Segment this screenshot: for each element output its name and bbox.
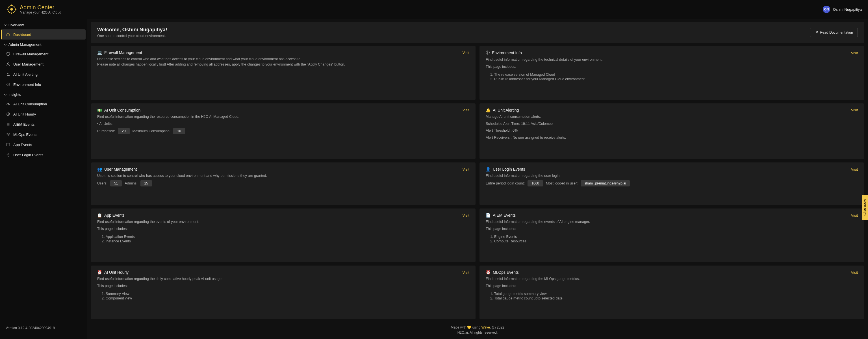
card-alerting: 🔔AI Unit Alerting Visit Manage AI unit c… xyxy=(479,103,864,159)
footer-wave-link[interactable]: Wave xyxy=(482,326,490,329)
sidebar-item-firewall[interactable]: Firewall Management xyxy=(1,49,86,59)
card-user-mgmt: 👥User Management Visit Use this section … xyxy=(91,162,475,205)
footer-copyright: H2O.ai. All rights reserved. xyxy=(87,330,868,335)
max-value: 10 xyxy=(173,128,185,134)
card-list: Engine Events Compute Resources xyxy=(486,235,858,244)
card-app-events: 📋App Events Visit Find useful informatio… xyxy=(91,209,475,262)
visit-link-hourly[interactable]: Visit xyxy=(463,270,469,275)
chevron-down-icon xyxy=(4,93,7,96)
card-line: Alert Threshold : 0% xyxy=(486,128,858,133)
username-label: Oshini Nugapitiya xyxy=(833,7,862,11)
purchased-label: Purchased: xyxy=(97,129,115,133)
nav-section-insights[interactable]: Insights xyxy=(0,90,87,99)
card-line: Alert Receivers : No one assigned to rec… xyxy=(486,135,858,141)
list-item: Summary View xyxy=(106,291,469,296)
card-title-text: Firewall Management xyxy=(104,50,142,55)
avatar[interactable]: ON xyxy=(823,6,830,13)
visit-link-firewall[interactable]: Visit xyxy=(463,51,469,55)
brand-logo-icon xyxy=(6,4,17,15)
card-title-text: User Login Events xyxy=(493,167,525,172)
need-help-tab[interactable]: Need help? xyxy=(862,195,868,220)
gauge-icon xyxy=(6,102,10,106)
svg-rect-12 xyxy=(7,143,10,146)
users-icon: 👥 xyxy=(97,167,102,172)
card-title-text: AI Unit Hourly xyxy=(104,270,129,275)
admins-value: 25 xyxy=(141,180,152,186)
nav-section-overview[interactable]: Overview xyxy=(0,20,87,29)
card-line: Manage AI unit consumption alerts. xyxy=(486,114,858,120)
card-list: The release version of Managed Cloud Pub… xyxy=(486,72,858,81)
document-icon: 📄 xyxy=(486,213,491,218)
sidebar-item-hourly[interactable]: AI Unit Hourly xyxy=(1,109,86,119)
card-title-text: MLOps Events xyxy=(493,270,519,275)
list-icon xyxy=(6,122,10,127)
card-title-text: AI Unit Alerting xyxy=(493,108,519,113)
card-includes: This page includes: xyxy=(486,64,858,69)
sidebar-item-label: AI Unit Hourly xyxy=(13,112,36,116)
card-desc: Use this section to control who has acce… xyxy=(97,173,469,179)
svg-point-1 xyxy=(10,8,13,11)
sidebar-item-user-mgmt[interactable]: User Management xyxy=(1,59,86,69)
list-item: Public IP addresses for your Managed Clo… xyxy=(494,77,858,81)
card-login-events: 👤User Login Events Visit Find useful inf… xyxy=(479,162,864,205)
visit-link-aiem[interactable]: Visit xyxy=(851,213,858,218)
sidebar-item-env-info[interactable]: Environment Info xyxy=(1,80,86,90)
sidebar-item-alerting[interactable]: AI Unit Alerting xyxy=(1,69,86,80)
admins-label: Admins: xyxy=(125,181,137,185)
external-link-icon xyxy=(815,31,818,34)
clipboard-icon: 📋 xyxy=(97,213,102,218)
info-icon: ⓘ xyxy=(486,50,490,55)
card-desc: Find useful information regarding the ev… xyxy=(97,219,469,224)
footer: Made with 💛 using Wave. (c) 2022 H2O.ai.… xyxy=(87,322,868,339)
home-icon xyxy=(6,32,10,37)
stack-icon xyxy=(6,132,10,137)
bell-icon xyxy=(6,72,10,76)
brand-text: Admin Center Manage your H2O AI Cloud xyxy=(20,4,61,14)
list-item: The release version of Managed Cloud xyxy=(494,72,858,77)
visit-link-usermgmt[interactable]: Visit xyxy=(463,167,469,172)
topbar: Admin Center Manage your H2O AI Cloud ON… xyxy=(0,0,868,19)
visit-link-env[interactable]: Visit xyxy=(851,51,858,55)
card-desc: Use these settings to control who and wh… xyxy=(97,57,469,67)
alarm-clock-icon: ⏰ xyxy=(486,270,491,275)
list-item: Instance Events xyxy=(106,239,469,244)
visit-link-loginevents[interactable]: Visit xyxy=(851,167,858,172)
list-item: Application Events xyxy=(106,235,469,239)
card-hourly: ⏰AI Unit Hourly Visit Find useful inform… xyxy=(91,266,475,319)
card-title-text: AIEM Events xyxy=(493,213,516,218)
read-documentation-button[interactable]: Read Documentation xyxy=(810,28,858,37)
users-value: 51 xyxy=(110,180,122,186)
list-item: Total gauge metric summary view. xyxy=(494,291,858,296)
sidebar-item-label: AI Unit Consumption xyxy=(13,102,47,106)
card-includes: This page includes: xyxy=(97,283,469,289)
visit-link-mlops[interactable]: Visit xyxy=(851,270,858,275)
user-icon xyxy=(6,62,10,66)
visit-link-alerting[interactable]: Visit xyxy=(851,108,858,112)
card-title-text: App Events xyxy=(104,213,125,218)
sidebar-item-aiem[interactable]: AIEM Events xyxy=(1,119,86,129)
users-label: Users: xyxy=(97,181,107,185)
most-logged-label: Most logged in user: xyxy=(546,181,578,185)
card-title-text: AI Unit Consumption xyxy=(104,108,141,113)
card-desc: Find useful information regarding the ML… xyxy=(486,276,858,282)
visit-link-appevents[interactable]: Visit xyxy=(463,213,469,218)
main-content: Welcome, Oshini Nugapitiya! One spot to … xyxy=(87,19,868,339)
card-desc: Find useful information regarding the ev… xyxy=(486,219,858,224)
sidebar-item-dashboard[interactable]: Dashboard xyxy=(1,29,86,39)
sidebar-item-label: App Events xyxy=(13,143,32,147)
card-aiem: 📄AIEM Events Visit Find useful informati… xyxy=(479,209,864,262)
nav-section-admin[interactable]: Admin Management xyxy=(0,39,87,49)
sidebar-item-mlops[interactable]: MLOps Events xyxy=(1,129,86,140)
nav-section-label: Insights xyxy=(8,92,21,97)
list-item: Component view xyxy=(106,296,469,301)
sidebar-item-login-events[interactable]: User Login Events xyxy=(1,150,86,160)
laptop-icon: 💻 xyxy=(97,50,102,55)
sidebar-item-app-events[interactable]: App Events xyxy=(1,140,86,150)
money-icon: 💵 xyxy=(97,108,102,113)
visit-link-consumption[interactable]: Visit xyxy=(463,108,469,112)
version-label: Version 0.12.4-20240429094919 xyxy=(0,321,87,338)
card-includes: This page includes: xyxy=(97,226,469,232)
login-icon xyxy=(6,153,10,157)
sidebar-item-label: AI Unit Alerting xyxy=(13,72,38,76)
sidebar-item-consumption[interactable]: AI Unit Consumption xyxy=(1,99,86,109)
